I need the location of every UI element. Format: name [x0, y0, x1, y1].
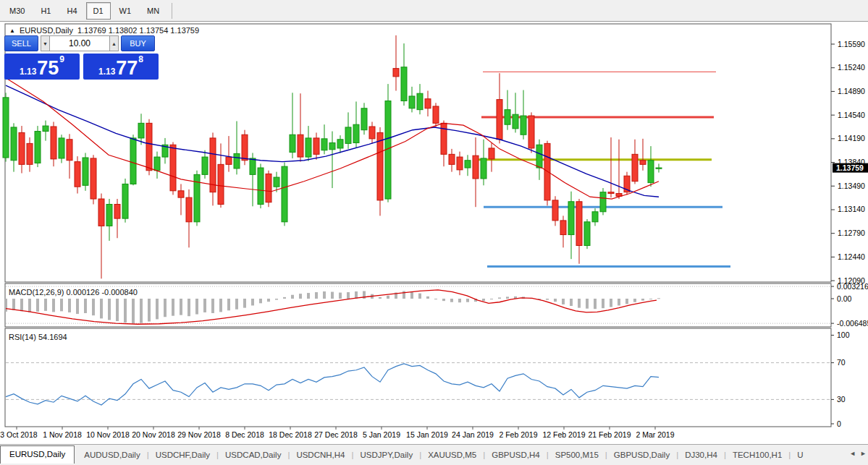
macd-histogram-bar [156, 299, 159, 319]
tab-usdcnh[interactable]: USDCNH,H4 [290, 451, 351, 459]
collapse-triangle-icon[interactable]: ▲ [9, 27, 15, 34]
candle-body [640, 161, 646, 165]
date-axis-label: 2 Feb 2019 [499, 430, 537, 439]
buy-price-box[interactable]: 1.13 77 8 [83, 54, 159, 80]
macd-histogram-bar [442, 299, 445, 301]
macd-histogram-bar [657, 298, 660, 299]
date-axis-label: 2 Mar 2019 [636, 430, 674, 439]
candle-body [401, 67, 407, 101]
candle-body [106, 204, 112, 226]
tab-usdcad[interactable]: USDCAD,Daily [219, 451, 287, 459]
volume-input[interactable] [50, 35, 109, 51]
macd-histogram-bar [307, 293, 310, 299]
tab-audusd[interactable]: AUDUSD,Daily [77, 451, 146, 459]
macd-histogram-bar [641, 299, 644, 301]
volume-decrease-icon[interactable]: ▼ [41, 35, 50, 51]
candle-body [178, 191, 184, 197]
macd-histogram-bar [379, 297, 382, 299]
candle-body [409, 96, 415, 108]
macd-histogram-bar [148, 299, 151, 322]
current-price-label: 1.13759 [836, 163, 864, 172]
macd-histogram-bar [211, 299, 214, 313]
tab-scroll-right-icon[interactable]: ► [860, 450, 867, 457]
macd-histogram-bar [172, 299, 174, 316]
macd-histogram-bar [227, 299, 230, 310]
macd-histogram-bar [84, 299, 87, 313]
macd-histogram-bar [4, 299, 7, 312]
macd-histogram-bar [387, 296, 389, 299]
date-axis-label: 15 Jan 2019 [406, 430, 448, 439]
tab-gbpusd[interactable]: GBPUSD,Daily [607, 451, 676, 459]
candle-body [528, 116, 534, 148]
buy-button[interactable]: BUY [121, 35, 155, 51]
macd-histogram-bar [124, 299, 127, 323]
tab-tech100[interactable]: TECH100,H1 [726, 451, 788, 459]
tab-sp500[interactable]: SP500,M15 [549, 451, 605, 459]
macd-histogram-bar [315, 292, 318, 299]
candle-body [3, 98, 9, 158]
sell-price-sup: 9 [59, 54, 64, 64]
tab-scroll-left-icon[interactable]: ◄ [849, 450, 856, 457]
macd-histogram-bar [243, 299, 246, 308]
tab-partial[interactable]: U [791, 451, 809, 459]
tab-dj30[interactable]: DJ30,H4 [678, 451, 724, 459]
tab-xauusd[interactable]: XAUUSD,M5 [421, 451, 483, 459]
macd-histogram-bar [426, 297, 429, 299]
candle-body [648, 161, 654, 183]
macd-histogram-bar [116, 299, 119, 321]
candle-body [632, 154, 638, 181]
price-axis-label: 1.14190 [838, 134, 865, 142]
candle-body [27, 143, 33, 164]
candle-body [505, 110, 510, 125]
buy-price-big: 77 [116, 59, 138, 78]
macd-histogram-bar [482, 299, 485, 301]
macd-histogram-bar [132, 299, 135, 323]
candle-body [568, 202, 574, 235]
macd-histogram-bar [92, 299, 95, 315]
macd-histogram-bar [347, 292, 350, 299]
volume-stepper: ▼ ▲ [41, 35, 119, 51]
volume-increase-icon[interactable]: ▲ [109, 35, 119, 51]
price-axis-label: 1.13140 [838, 205, 865, 213]
macd-histogram-bar [562, 299, 565, 304]
candle-body [114, 204, 120, 218]
tab-gbpusd[interactable]: GBPUSD,H4 [485, 451, 546, 459]
candle-body [138, 123, 144, 138]
rsi-axis-label: 100 [837, 330, 850, 339]
candle-body [306, 138, 311, 157]
sell-price-box[interactable]: 1.13 75 9 [4, 54, 80, 80]
macd-histogram-bar [323, 291, 326, 299]
date-axis-label: 23 Oct 2018 [0, 430, 38, 439]
candle-body [290, 135, 295, 152]
candle-body [250, 158, 256, 174]
macd-histogram-bar [44, 299, 47, 311]
date-axis-label: 18 Dec 2018 [269, 430, 312, 439]
candle-body [608, 192, 614, 194]
candle-body [353, 124, 359, 142]
symbol-tabbar: EURUSD,Daily AUDUSD,Daily|USDCHF,Daily|U… [0, 444, 868, 465]
rsi-axis-label: 0 [837, 419, 841, 428]
rsi-label: RSI(14) 54.1694 [9, 333, 67, 341]
macd-histogram-bar [12, 299, 15, 310]
macd-histogram-bar [275, 299, 278, 300]
macd-histogram-bar [235, 299, 238, 310]
sell-button[interactable]: SELL [4, 35, 38, 51]
macd-histogram-bar [506, 297, 509, 299]
macd-histogram-bar [546, 299, 549, 300]
macd-histogram-bar [299, 294, 302, 299]
candle-body [258, 168, 264, 204]
tab-usdchf[interactable]: USDCHF,Daily [149, 451, 216, 459]
candle-body [576, 202, 582, 246]
tab-usdjpy[interactable]: USDJPY,Daily [353, 451, 419, 459]
candle-body [98, 199, 104, 226]
date-axis-label: 21 Feb 2019 [589, 430, 631, 439]
tab-active-symbol[interactable]: EURUSD,Daily [0, 445, 75, 464]
sell-price-small: 1.13 [20, 67, 36, 77]
candle-body [369, 127, 375, 139]
candle-body [544, 143, 550, 200]
candle-body [298, 135, 303, 157]
macd-axis-label: -0.006485 [837, 319, 868, 328]
candle-body [433, 106, 439, 123]
candle-body [377, 132, 383, 200]
macd-histogram-bar [291, 295, 294, 299]
